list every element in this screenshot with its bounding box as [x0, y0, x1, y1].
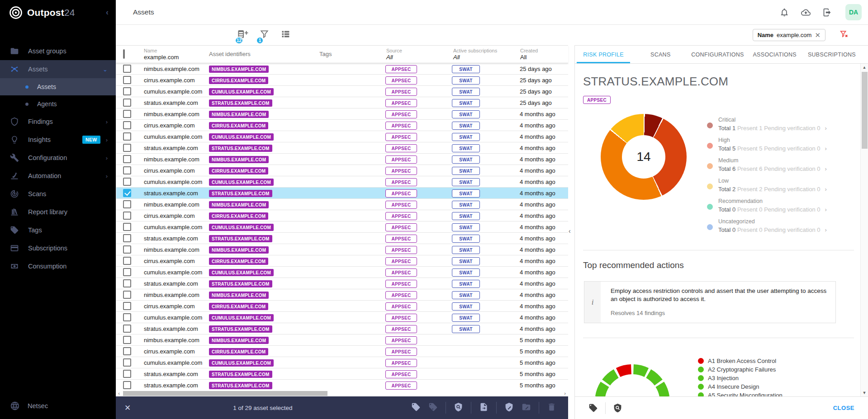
- table-row[interactable]: cumulus.example.comCUMULUS.EXAMPLE.COMAP…: [116, 267, 568, 278]
- table-row[interactable]: cumulus.example.comCUMULUS.EXAMPLE.COMAP…: [116, 131, 568, 142]
- table-row[interactable]: stratus.example.comSTRATUS.EXAMPLE.COMAP…: [116, 188, 568, 199]
- table-row[interactable]: cumulus.example.comCUMULUS.EXAMPLE.COMAP…: [116, 176, 568, 188]
- row-checkbox[interactable]: [123, 178, 131, 186]
- row-checkbox[interactable]: [123, 76, 131, 84]
- select-all-checkbox[interactable]: [123, 49, 125, 59]
- row-checkbox[interactable]: [123, 166, 131, 174]
- hscroll-thumb[interactable]: [123, 391, 327, 396]
- filter-button[interactable]: 1: [259, 29, 270, 41]
- remove-filter-icon[interactable]: ✕: [815, 31, 821, 39]
- sidebar-item-assets[interactable]: Assets ⌄: [0, 60, 116, 78]
- sidebar-item-report-library[interactable]: Report library: [0, 203, 116, 221]
- tab-configurations[interactable]: CONFIGURATIONS: [689, 46, 746, 63]
- shield-search-icon[interactable]: [454, 402, 463, 414]
- export-report-icon[interactable]: [479, 402, 489, 414]
- chevron-right-icon[interactable]: ›: [825, 145, 826, 152]
- row-checkbox[interactable]: [123, 121, 131, 129]
- close-panel-button[interactable]: CLOSE: [833, 405, 854, 411]
- table-row[interactable]: cirrus.example.comCIRRUS.EXAMPLE.COMAPPS…: [116, 255, 568, 267]
- row-checkbox[interactable]: [123, 99, 131, 107]
- row-checkbox[interactable]: [123, 144, 131, 152]
- manage-columns-button[interactable]: 12: [238, 29, 248, 41]
- table-row[interactable]: cirrus.example.comCIRRUS.EXAMPLE.COMAPPS…: [116, 301, 568, 312]
- sidebar-item-consumption[interactable]: Consumption: [0, 257, 116, 275]
- row-checkbox[interactable]: [123, 268, 131, 276]
- sidebar-item-subscriptions[interactable]: Subscriptions: [0, 239, 116, 257]
- column-header-source[interactable]: Source All: [382, 48, 449, 61]
- sidebar-item-insights[interactable]: Insights NEW ›: [0, 131, 116, 149]
- row-checkbox[interactable]: [123, 155, 131, 163]
- row-checkbox[interactable]: [123, 212, 131, 220]
- column-header-name[interactable]: Name example.com: [140, 48, 205, 61]
- tag-icon[interactable]: [588, 403, 598, 413]
- column-header-identifiers[interactable]: Asset identifiers: [205, 51, 315, 58]
- table-row[interactable]: nimbus.example.comNIMBUS.EXAMPLE.COMAPPS…: [116, 289, 568, 301]
- table-row[interactable]: cumulus.example.comCUMULUS.EXAMPLE.COMAP…: [116, 221, 568, 233]
- sidebar-collapse-icon[interactable]: ‹: [106, 8, 109, 17]
- table-row[interactable]: cirrus.example.comCIRRUS.EXAMPLE.COMAPPS…: [116, 346, 568, 357]
- table-row[interactable]: nimbus.example.comNIMBUS.EXAMPLE.COMAPPS…: [116, 199, 568, 210]
- panel-collapse-icon[interactable]: ‹: [569, 227, 571, 235]
- table-row[interactable]: cumulus.example.comCUMULUS.EXAMPLE.COMAP…: [116, 357, 568, 368]
- column-header-subscriptions[interactable]: Active subscriptions All: [449, 48, 516, 61]
- row-checkbox[interactable]: [123, 245, 131, 254]
- sidebar-item-asset-groups[interactable]: Asset groups: [0, 42, 116, 60]
- user-avatar[interactable]: DA: [845, 4, 862, 20]
- table-row[interactable]: cirrus.example.comCIRRUS.EXAMPLE.COMAPPS…: [116, 75, 568, 86]
- table-row[interactable]: stratus.example.comSTRATUS.EXAMPLE.COMAP…: [116, 323, 568, 334]
- row-checkbox[interactable]: [123, 234, 131, 242]
- tab-scans[interactable]: SCANS: [632, 46, 689, 63]
- row-checkbox[interactable]: [123, 132, 131, 141]
- active-filter-chip[interactable]: Name example.com ✕: [753, 29, 825, 41]
- view-list-button[interactable]: [280, 29, 291, 41]
- row-checkbox[interactable]: [123, 279, 131, 287]
- chevron-right-icon[interactable]: ›: [825, 165, 826, 172]
- scroll-right-icon[interactable]: ›: [562, 390, 568, 396]
- cloud-upload-icon[interactable]: [801, 8, 811, 17]
- table-row[interactable]: cirrus.example.comCIRRUS.EXAMPLE.COMAPPS…: [116, 120, 568, 131]
- table-row[interactable]: nimbus.example.comNIMBUS.EXAMPLE.COMAPPS…: [116, 108, 568, 120]
- sidebar-subitem-assets[interactable]: Assets: [0, 78, 116, 95]
- column-header-tags[interactable]: Tags: [315, 51, 382, 58]
- sidebar-item-tags[interactable]: Tags: [0, 221, 116, 239]
- row-checkbox[interactable]: [123, 325, 131, 333]
- row-checkbox[interactable]: [123, 370, 131, 378]
- table-row[interactable]: nimbus.example.comNIMBUS.EXAMPLE.COMAPPS…: [116, 63, 568, 75]
- row-checkbox[interactable]: [123, 65, 131, 73]
- table-row[interactable]: nimbus.example.comNIMBUS.EXAMPLE.COMAPPS…: [116, 334, 568, 346]
- tab-associations[interactable]: ASSOCIATIONS: [746, 46, 803, 63]
- clear-selection-icon[interactable]: ✕: [124, 403, 131, 413]
- table-row[interactable]: cumulus.example.comCUMULUS.EXAMPLE.COMAP…: [116, 312, 568, 323]
- chevron-right-icon[interactable]: ›: [825, 226, 826, 233]
- table-row[interactable]: stratus.example.comSTRATUS.EXAMPLE.COMAP…: [116, 368, 568, 380]
- row-checkbox[interactable]: [123, 347, 131, 355]
- column-header-created[interactable]: Created All: [516, 48, 568, 61]
- table-row[interactable]: stratus.example.comSTRATUS.EXAMPLE.COMAP…: [116, 380, 568, 390]
- table-row[interactable]: stratus.example.comSTRATUS.EXAMPLE.COMAP…: [116, 97, 568, 108]
- chevron-right-icon[interactable]: ›: [825, 206, 826, 213]
- clear-all-filters-button[interactable]: [839, 29, 849, 41]
- row-checkbox[interactable]: [123, 313, 131, 321]
- shield-edit-icon[interactable]: [504, 402, 514, 414]
- row-checkbox[interactable]: [123, 358, 131, 367]
- row-checkbox[interactable]: [123, 223, 131, 231]
- row-checkbox[interactable]: [123, 189, 131, 197]
- sidebar-item-automation[interactable]: Automation ›: [0, 167, 116, 185]
- scroll-down-icon[interactable]: ▼: [861, 389, 868, 396]
- sidebar-item-configuration[interactable]: Configuration ›: [0, 149, 116, 167]
- table-row[interactable]: stratus.example.comSTRATUS.EXAMPLE.COMAP…: [116, 142, 568, 154]
- table-row[interactable]: cirrus.example.comCIRRUS.EXAMPLE.COMAPPS…: [116, 210, 568, 221]
- tab-risk-profile[interactable]: RISK PROFILE: [575, 46, 632, 63]
- chevron-right-icon[interactable]: ›: [825, 186, 826, 193]
- table-row[interactable]: stratus.example.comSTRATUS.EXAMPLE.COMAP…: [116, 278, 568, 289]
- sidebar-item-findings[interactable]: Findings ›: [0, 113, 116, 131]
- vscroll-thumb[interactable]: [862, 72, 868, 149]
- table-row[interactable]: nimbus.example.comNIMBUS.EXAMPLE.COMAPPS…: [116, 244, 568, 255]
- table-row[interactable]: nimbus.example.comNIMBUS.EXAMPLE.COMAPPS…: [116, 154, 568, 165]
- sidebar-subitem-agents[interactable]: Agents: [0, 95, 116, 113]
- row-checkbox[interactable]: [123, 257, 131, 265]
- sidebar-item-netsec[interactable]: Netsec: [0, 393, 116, 419]
- table-row[interactable]: cumulus.example.comCUMULUS.EXAMPLE.COMAP…: [116, 86, 568, 97]
- notifications-bell-icon[interactable]: [780, 8, 789, 17]
- row-checkbox[interactable]: [123, 87, 131, 95]
